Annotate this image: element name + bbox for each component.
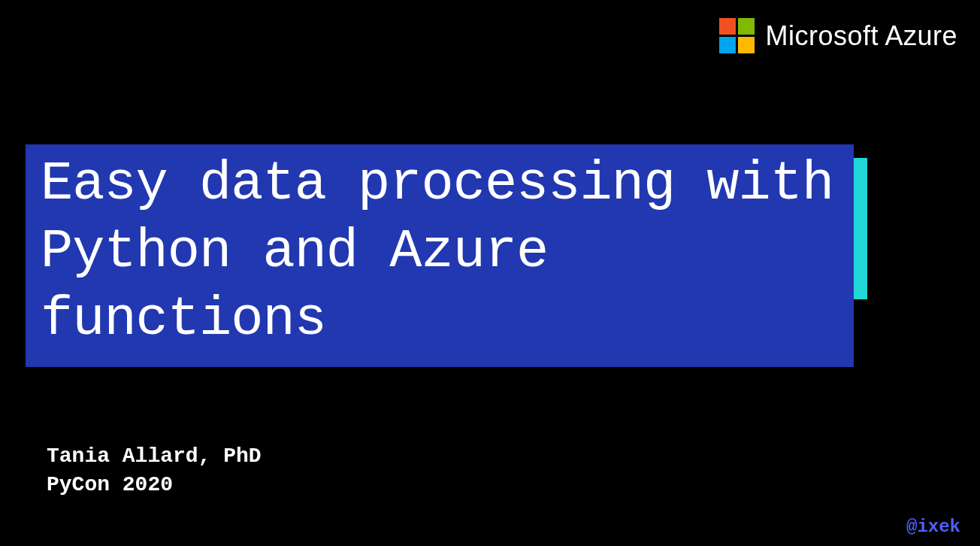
author-name: Tania Allard, PhD (47, 442, 262, 471)
presentation-title: Easy data processing with Python and Azu… (41, 150, 839, 353)
twitter-handle: @ixek (906, 517, 960, 537)
logo-square-red (719, 18, 736, 35)
author-block: Tania Allard, PhD PyCon 2020 (47, 442, 262, 499)
title-container: Easy data processing with Python and Azu… (26, 144, 854, 367)
logo-square-blue (719, 37, 736, 53)
microsoft-logo-icon (719, 18, 755, 53)
event-name: PyCon 2020 (47, 471, 262, 499)
logo-square-yellow (738, 37, 755, 53)
brand-logo-block: Microsoft Azure (719, 18, 957, 53)
title-box: Easy data processing with Python and Azu… (26, 144, 854, 367)
logo-square-green (738, 18, 755, 35)
brand-text: Microsoft Azure (765, 20, 957, 52)
